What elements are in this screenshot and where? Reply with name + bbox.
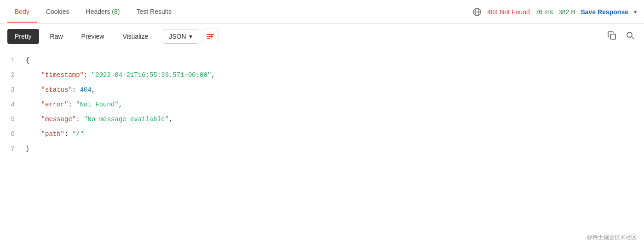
code-line-7: }: [26, 141, 644, 156]
format-bar-right: [605, 29, 637, 44]
raw-button[interactable]: Raw: [43, 29, 70, 44]
code-line-1: {: [26, 53, 644, 68]
save-response-button[interactable]: Save Response: [581, 8, 629, 16]
line-numbers: 1 2 3 4 5 6 7: [0, 53, 22, 156]
code-line-4: "error": "Not Found",: [26, 97, 644, 112]
format-bar: Pretty Raw Preview Visualize JSON ▾: [0, 24, 644, 49]
wrap-button[interactable]: [202, 29, 218, 44]
tab-bar: Body Cookies Headers (8) Test Results 40…: [0, 0, 644, 24]
visualize-button[interactable]: Visualize: [115, 29, 155, 44]
line-num-6: 6: [0, 127, 15, 141]
chevron-down-icon: ▾: [189, 33, 192, 40]
svg-line-8: [632, 37, 634, 39]
tab-body[interactable]: Body: [7, 1, 37, 23]
search-button[interactable]: [624, 29, 637, 44]
footer-credit: @稀土掘金技术社区: [587, 234, 637, 241]
svg-rect-6: [610, 34, 615, 39]
line-num-3: 3: [0, 82, 15, 97]
code-content: { "timestamp": "2022-04-21T16:55:39.571+…: [22, 53, 644, 156]
copy-icon: [607, 31, 616, 40]
response-time: 76 ms: [535, 8, 553, 16]
globe-icon: [472, 7, 482, 17]
code-line-2: "timestamp": "2022-04-21T16:55:39.571+00…: [26, 68, 644, 82]
wrap-icon: [206, 32, 214, 41]
preview-button[interactable]: Preview: [74, 29, 112, 44]
tab-cookies[interactable]: Cookies: [39, 1, 77, 23]
pretty-button[interactable]: Pretty: [7, 29, 39, 44]
code-line-5: "message": "No message available",: [26, 112, 644, 127]
svg-point-7: [627, 32, 632, 37]
status-badge: 404 Not Found: [487, 8, 530, 16]
line-num-5: 5: [0, 112, 15, 127]
tab-bar-left: Body Cookies Headers (8) Test Results: [7, 1, 472, 22]
tab-headers[interactable]: Headers (8): [79, 1, 127, 23]
copy-button[interactable]: [605, 29, 618, 44]
code-line-6: "path": "/": [26, 127, 644, 141]
line-num-4: 4: [0, 97, 15, 112]
tab-test-results[interactable]: Test Results: [129, 1, 178, 23]
tab-bar-right: 404 Not Found 76 ms 382 B Save Response …: [472, 7, 637, 17]
format-dropdown[interactable]: JSON ▾: [163, 29, 198, 44]
search-icon: [626, 31, 635, 40]
code-line-3: "status": 404,: [26, 82, 644, 97]
line-num-7: 7: [0, 141, 15, 156]
line-num-1: 1: [0, 53, 15, 68]
line-num-2: 2: [0, 68, 15, 82]
code-area: 1 2 3 4 5 6 7 { "timestamp": "2022-04-21…: [0, 49, 644, 160]
response-size: 382 B: [558, 8, 575, 16]
chevron-down-icon[interactable]: ▾: [634, 9, 637, 15]
